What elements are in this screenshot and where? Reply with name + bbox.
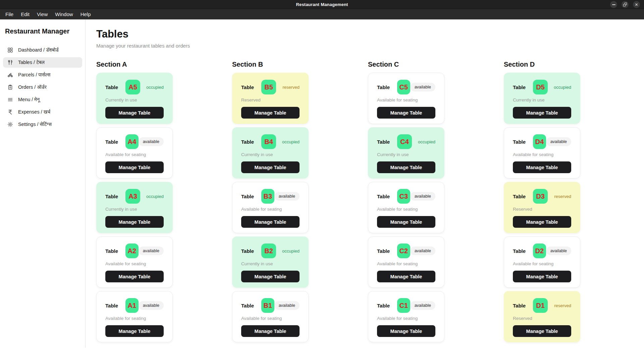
sidebar-item-expenses[interactable]: Expenses / खर्च: [3, 107, 82, 117]
table-status-badge: available: [410, 301, 435, 310]
sidebar-item-dashboard[interactable]: Dashboard / डॅशबोर्ड: [3, 45, 82, 55]
table-card-header-row: TableC4occupied: [377, 134, 435, 149]
table-card-d3: TableD3reservedReservedManage Table: [504, 182, 580, 233]
table-card-b4: TableB4occupiedCurrently in useManage Ta…: [232, 127, 309, 179]
sidebar-item-parcels[interactable]: Parcels / पार्सल्स: [3, 70, 82, 80]
manage-table-button[interactable]: Manage Table: [241, 161, 300, 173]
table-label: Table: [377, 139, 390, 145]
manage-table-button[interactable]: Manage Table: [105, 325, 164, 337]
manage-table-button[interactable]: Manage Table: [105, 107, 164, 119]
table-id-badge: C1: [397, 298, 410, 313]
table-card-header-row: TableB2occupied: [241, 243, 300, 258]
table-status-badge: available: [546, 137, 571, 146]
table-status-badge: available: [410, 247, 435, 255]
table-label: Table: [377, 84, 390, 90]
menubar-item-view[interactable]: View: [34, 10, 51, 18]
table-card-header-row: TableB4occupied: [241, 134, 300, 149]
sidebar-item-tables[interactable]: Tables / टेबल: [3, 57, 82, 68]
table-status-description: Available for seating: [513, 261, 571, 266]
table-card-header-row: TableB5reserved: [241, 80, 300, 94]
restore-button[interactable]: [622, 1, 629, 8]
manage-table-button[interactable]: Manage Table: [377, 325, 435, 337]
table-status-badge: available: [410, 192, 435, 201]
table-card-a2: TableA2availableAvailable for seatingMan…: [96, 236, 173, 288]
manage-table-button[interactable]: Manage Table: [513, 216, 571, 228]
table-card-header-row: TableA3occupied: [105, 189, 164, 204]
table-status-badge: reserved: [554, 194, 571, 199]
table-card-c1: TableC1availableAvailable for seatingMan…: [368, 291, 444, 342]
table-label: Table: [241, 84, 254, 90]
table-id-badge: A4: [125, 134, 139, 149]
table-status-description: Reserved: [513, 207, 571, 212]
section-header: Section D: [504, 61, 580, 68]
manage-table-button[interactable]: Manage Table: [241, 271, 300, 282]
table-status-description: Available for seating: [377, 97, 435, 102]
table-id-badge: C3: [397, 189, 410, 204]
menubar-item-file[interactable]: File: [2, 10, 17, 18]
sidebar-item-label: Tables / टेबल: [18, 60, 45, 65]
table-id-badge: A2: [125, 243, 139, 258]
close-button[interactable]: ✕: [633, 1, 640, 8]
table-card-header-row: TableC1available: [377, 298, 435, 313]
table-status-description: Available for seating: [513, 152, 571, 157]
table-card-d5: TableD5occupiedCurrently in useManage Ta…: [504, 73, 580, 124]
table-id-badge: A3: [125, 189, 140, 204]
menubar-item-edit[interactable]: Edit: [17, 10, 33, 18]
table-label: Table: [241, 248, 254, 254]
sidebar-item-label: Settings / सेटिंग्स: [18, 122, 52, 127]
manage-table-button[interactable]: Manage Table: [377, 271, 435, 282]
manage-table-button[interactable]: Manage Table: [513, 107, 571, 119]
table-card-header-row: TableB1available: [241, 298, 300, 313]
sidebar-item-menu[interactable]: Menu / मेनू: [3, 94, 82, 105]
sidebar-item-orders[interactable]: Orders / ऑर्डर: [3, 82, 82, 92]
table-status-badge: available: [274, 301, 300, 310]
table-status-description: Currently in use: [377, 152, 435, 157]
table-card-header-row: TableB3available: [241, 189, 300, 204]
restore-icon: [623, 3, 627, 6]
menubar-item-window[interactable]: Window: [52, 10, 76, 18]
window-titlebar: Restaurant Management ✕: [0, 0, 644, 9]
table-card-header-row: TableC3available: [377, 189, 435, 204]
table-label: Table: [241, 194, 254, 199]
manage-table-button[interactable]: Manage Table: [377, 107, 435, 119]
table-card-header-row: TableD4available: [513, 134, 571, 149]
table-card-c4: TableC4occupiedCurrently in useManage Ta…: [368, 127, 444, 179]
manage-table-button[interactable]: Manage Table: [513, 161, 571, 173]
manage-table-button[interactable]: Manage Table: [105, 161, 164, 173]
table-label: Table: [513, 194, 526, 199]
section-header: Section C: [368, 61, 444, 68]
table-id-badge: B1: [261, 298, 274, 313]
menu-icon: [7, 97, 13, 102]
manage-table-button[interactable]: Manage Table: [105, 271, 164, 282]
window-controls: ✕: [610, 1, 640, 8]
section-d: Section DTableD5occupiedCurrently in use…: [504, 61, 580, 346]
table-id-badge: B2: [261, 243, 276, 258]
table-status-description: Currently in use: [105, 97, 164, 102]
manage-table-button[interactable]: Manage Table: [513, 325, 571, 337]
window-title: Restaurant Management: [296, 2, 348, 7]
menubar-item-help[interactable]: Help: [77, 10, 94, 18]
table-status-badge: occupied: [418, 139, 435, 144]
expenses-icon: [7, 109, 13, 115]
sidebar-title: Restaurant Manager: [5, 27, 80, 35]
table-card-header-row: TableC2available: [377, 243, 435, 258]
table-id-badge: A1: [125, 298, 139, 313]
minimize-button[interactable]: [610, 1, 617, 8]
manage-table-button[interactable]: Manage Table: [241, 216, 300, 228]
table-status-description: Reserved: [513, 316, 571, 321]
manage-table-button[interactable]: Manage Table: [241, 107, 300, 119]
manage-table-button[interactable]: Manage Table: [377, 161, 435, 173]
manage-table-button[interactable]: Manage Table: [513, 271, 571, 282]
manage-table-button[interactable]: Manage Table: [241, 325, 300, 337]
table-card-b3: TableB3availableAvailable for seatingMan…: [232, 182, 309, 233]
table-status-badge: available: [410, 83, 435, 91]
table-id-badge: C4: [397, 134, 412, 149]
manage-table-button[interactable]: Manage Table: [377, 216, 435, 228]
sidebar-item-settings[interactable]: Settings / सेटिंग्स: [3, 119, 82, 130]
table-label: Table: [241, 139, 254, 145]
table-status-description: Available for seating: [105, 261, 164, 266]
manage-table-button[interactable]: Manage Table: [105, 216, 164, 228]
table-status-badge: available: [139, 137, 164, 146]
section-b: Section BTableB5reservedReservedManage T…: [232, 61, 309, 346]
table-status-badge: occupied: [282, 139, 300, 144]
